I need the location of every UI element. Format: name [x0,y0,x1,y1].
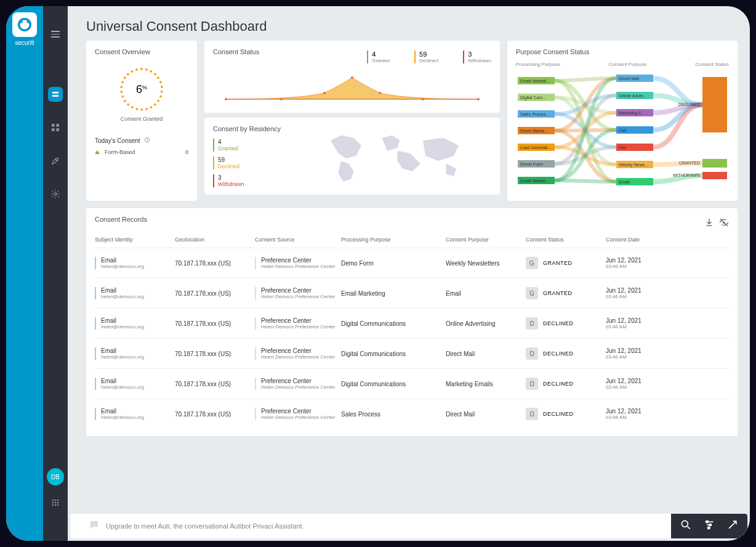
svg-text:Marketing E...: Marketing E... [619,111,645,116]
svg-point-28 [477,98,480,100]
clock-icon [144,137,150,144]
nav-item-consent[interactable] [48,87,63,102]
upgrade-message: Upgrade to meet Auti, the conversational… [106,522,304,530]
svg-point-2 [27,20,30,23]
svg-point-27 [422,98,424,100]
expand-icon[interactable] [726,519,739,533]
consent-gauge: 6% Consent Granted [95,62,188,128]
download-icon[interactable] [704,217,714,227]
svg-text:Online Adver...: Online Adver... [619,94,647,98]
table-row[interactable]: Emailhelen@democo.org 70.187.178.xxx (US… [95,338,729,368]
records-title: Consent Records [95,216,147,223]
svg-point-64 [706,521,708,522]
svg-text:Digital Com...: Digital Com... [520,95,546,100]
purpose-title: Purpose Consent Status [516,48,729,55]
svg-point-19 [57,504,59,506]
svg-point-1 [20,20,23,23]
brand-logo-icon [12,12,37,37]
svg-text:Sales Proces...: Sales Proces... [520,112,549,116]
page-title: Universal Consent Dashboard [86,18,731,34]
table-header: Subject IdentityGeolocationConsent Sourc… [95,237,729,248]
svg-rect-5 [52,124,55,127]
svg-point-25 [351,76,353,79]
svg-point-14 [52,502,54,504]
svg-text:Weekly News...: Weekly News... [619,163,648,168]
svg-point-16 [57,502,59,504]
main-content: Universal Consent Dashboard Consent Over… [68,6,750,541]
brand-sidebar: securiti [6,6,43,541]
residency-title: Consent by Residency [213,125,281,132]
svg-text:Email: Email [619,180,630,184]
form-based-count: 0 [185,149,188,155]
svg-point-26 [379,92,381,94]
svg-text:Direct Marke...: Direct Marke... [520,129,549,133]
svg-text:DECLINED: DECLINED [678,102,700,107]
world-map-icon [293,125,491,187]
table-row[interactable]: Emailhelen@democo.org 70.187.178.xxx (US… [95,368,729,399]
svg-text:Direct Mail: Direct Mail [619,76,640,81]
table-row[interactable]: Emailhelen@democo.org 70.187.178.xxx (US… [95,248,729,278]
sankey-chart: Email marketi...Digital Com...Sales Proc… [516,71,729,194]
svg-text:Fax: Fax [619,145,626,150]
svg-point-10 [54,193,57,195]
chat-bubble-icon [89,519,100,533]
svg-point-15 [55,502,57,504]
svg-point-9 [56,158,58,160]
consent-overview-card: Consent Overview 6% Consent Granted Toda… [86,41,197,201]
svg-rect-57 [702,77,727,132]
svg-point-22 [225,98,227,100]
app-frame: securiti DB Universal Consent Dashboard [6,6,750,541]
svg-text:Demo Form: Demo Form [520,162,543,166]
nav-sidebar: DB [43,6,68,541]
nav-item-settings[interactable] [48,187,63,201]
menu-toggle-icon[interactable] [51,31,60,38]
svg-rect-7 [52,128,55,131]
nav-item-dashboard[interactable] [48,120,63,135]
nav-item-apps[interactable] [48,495,63,510]
user-avatar[interactable]: DB [47,468,64,485]
svg-point-65 [709,524,711,525]
triangle-up-icon [95,150,100,154]
filter-icon[interactable] [703,519,715,533]
svg-text:Email Market...: Email Market... [520,179,549,183]
svg-rect-61 [702,172,727,179]
svg-text:Lead Generati...: Lead Generati... [520,145,551,150]
svg-text:Email marketi...: Email marketi... [520,79,550,83]
svg-point-13 [57,500,59,501]
table-row[interactable]: Emailhelen@democo.org 70.187.178.xxx (US… [95,399,729,429]
svg-point-12 [55,500,57,501]
table-row[interactable]: Emailhelen@democo.org 70.187.178.xxx (US… [95,308,729,338]
svg-point-18 [55,504,57,506]
form-based-label: Form-Based [105,149,135,155]
svg-point-63 [682,521,688,527]
svg-rect-8 [56,128,59,131]
visibility-off-icon[interactable] [719,217,729,227]
purpose-status-card: Purpose Consent Status Processing Purpos… [507,41,738,201]
svg-point-17 [52,504,54,506]
svg-point-66 [708,527,710,529]
svg-point-24 [323,92,326,94]
bottom-bar: Upgrade to meet Auti, the conversational… [70,514,747,538]
search-icon[interactable] [680,519,692,533]
nav-item-tools[interactable] [48,153,63,168]
svg-point-23 [280,98,283,100]
consent-records-card: Consent Records Subject IdentityGeolocat… [86,208,738,436]
svg-text:GRANTED: GRANTED [679,161,700,165]
consent-residency-card: Consent by Residency 4Granted 59Declined… [204,118,500,195]
brand-name: securiti [15,39,34,46]
today-consent-label: Today's Consent [95,137,140,144]
consent-status-card: Consent Status 4Granted 59Declined 3With… [204,41,500,113]
svg-rect-4 [52,95,59,97]
svg-point-11 [52,500,54,501]
svg-text:WITHDRAWN: WITHDRAWN [673,173,700,177]
svg-rect-59 [702,159,727,168]
overview-title: Consent Overview [95,48,188,55]
page-header: Universal Consent Dashboard [68,6,750,41]
status-chart [213,68,491,105]
svg-rect-6 [56,124,59,127]
table-row[interactable]: Emailhelen@democo.org 70.187.178.xxx (US… [95,278,729,308]
svg-text:Call: Call [619,128,627,132]
svg-rect-3 [52,92,59,94]
